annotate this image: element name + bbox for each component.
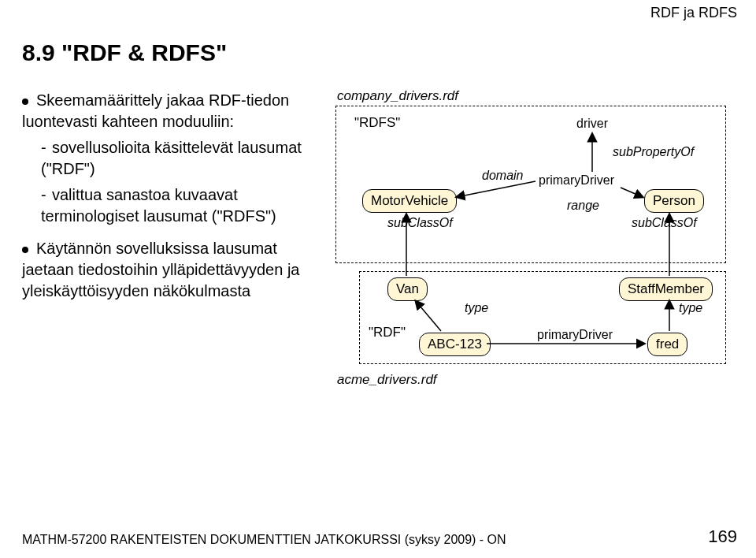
edge-subpropertyof: subPropertyOf [613, 145, 694, 159]
node-abc123: ABC-123 [419, 333, 491, 356]
node-van: Van [387, 277, 428, 301]
bullet-1b-text: valittua sanastoa kuvaavat terminologise… [41, 186, 276, 225]
dash-icon: - [41, 184, 52, 206]
node-primarydriver-bot: primaryDriver [537, 328, 613, 342]
bullet-1: Skeemamäärittely jakaa RDF-tiedon luonte… [22, 90, 321, 132]
page-number: 169 [708, 526, 737, 547]
bullet-2-text: Käytännön sovelluksissa lausumat jaetaan… [22, 240, 299, 299]
node-driver: driver [576, 117, 608, 131]
bullet-1-text: Skeemamäärittely jakaa RDF-tiedon luonte… [22, 91, 289, 130]
node-person: Person [644, 189, 704, 213]
node-primarydriver-top: primaryDriver [539, 173, 614, 188]
bullet-1a: -sovellusolioita käsittelevät lausumat (… [41, 137, 321, 180]
page-header: RDF ja RDFS [650, 5, 737, 21]
rdf-label: "RDF" [369, 325, 406, 340]
edge-subclassof-right: subClassOf [632, 216, 697, 230]
node-motorvehicle: MotorVehicle [362, 189, 457, 213]
file-bottom-label: acme_drivers.rdf [337, 372, 437, 388]
file-top-label: company_drivers.rdf [337, 88, 458, 104]
bullet-dot-icon [22, 99, 28, 105]
bullet-dot-icon [22, 247, 28, 253]
footer-text: MATHM-57200 RAKENTEISTEN DOKUMENTTIEN JA… [22, 533, 737, 547]
node-fred: fred [647, 333, 687, 356]
bullet-1b: -valittua sanastoa kuvaavat terminologis… [41, 184, 321, 227]
edge-type-left: type [465, 301, 488, 315]
section-title: 8.9 "RDF & RDFS" [22, 39, 227, 66]
node-staffmember: StaffMember [619, 277, 713, 301]
edge-domain: domain [482, 169, 523, 183]
edge-range: range [567, 199, 599, 213]
edge-subclassof-left: subClassOf [387, 216, 453, 230]
bullet-2: Käytännön sovelluksissa lausumat jaetaan… [22, 238, 321, 302]
diagram: company_drivers.rdf "RDFS" "RDF" acme_dr… [331, 88, 732, 419]
edge-type-right: type [679, 301, 702, 315]
left-column: Skeemamäärittely jakaa RDF-tiedon luonte… [22, 87, 321, 307]
bullet-1a-text: sovellusolioita käsittelevät lausumat ("… [41, 139, 302, 177]
rdfs-label: "RDFS" [354, 115, 400, 131]
dash-icon: - [41, 137, 52, 158]
